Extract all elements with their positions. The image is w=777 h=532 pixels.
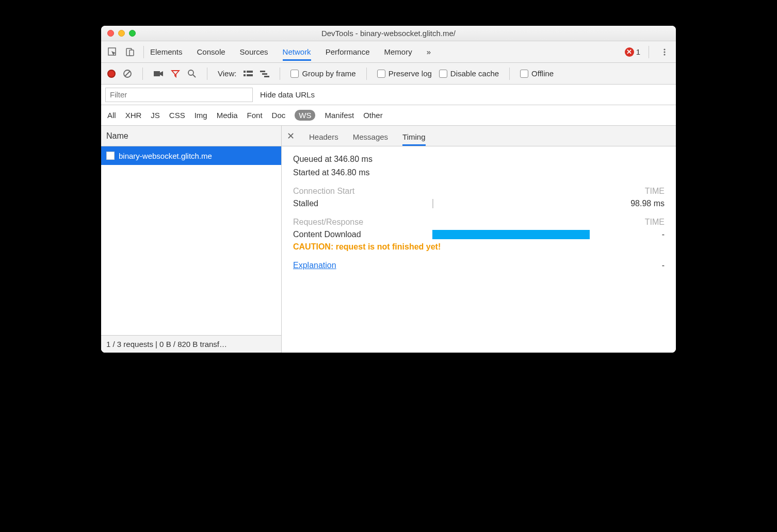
svg-rect-12 <box>247 71 253 73</box>
explanation-row: Explanation - <box>293 261 665 270</box>
content-download-value: - <box>608 230 665 239</box>
separator <box>649 46 649 58</box>
svg-point-3 <box>663 48 665 50</box>
filter-media[interactable]: Media <box>217 111 238 120</box>
content-download-label: Content Download <box>293 230 432 239</box>
checkbox-icon <box>439 70 447 78</box>
group-by-frame-checkbox[interactable]: Group by frame <box>290 69 355 78</box>
tab-sources[interactable]: Sources <box>240 43 268 61</box>
filter-ws[interactable]: WS <box>295 110 315 121</box>
stalled-label: Stalled <box>293 199 432 208</box>
maximize-window-button[interactable] <box>129 30 136 37</box>
tab-elements[interactable]: Elements <box>150 43 183 61</box>
filter-img[interactable]: Img <box>195 111 207 120</box>
resource-icon <box>106 152 115 160</box>
request-row[interactable]: binary-websocket.glitch.me <box>101 146 281 165</box>
separator <box>143 46 144 58</box>
svg-rect-8 <box>154 71 160 76</box>
network-toolbar: View: Group by frame Preserve log Disabl… <box>101 63 676 85</box>
svg-rect-14 <box>247 74 253 76</box>
separator <box>207 68 207 80</box>
waterfall-icon[interactable] <box>260 70 269 77</box>
checkbox-icon <box>377 70 385 78</box>
svg-rect-13 <box>244 74 246 76</box>
hide-data-urls-checkbox[interactable]: Hide data URLs <box>260 90 315 99</box>
disable-cache-checkbox[interactable]: Disable cache <box>439 69 499 78</box>
tab-network[interactable]: Network <box>283 43 311 61</box>
camera-icon[interactable] <box>153 70 164 77</box>
filter-css[interactable]: CSS <box>169 111 185 120</box>
filter-input[interactable] <box>105 88 253 102</box>
stalled-row: Stalled 98.98 ms <box>293 199 665 208</box>
filter-all[interactable]: All <box>107 111 116 120</box>
devtools-window: DevTools - binary-websocket.glitch.me/ E… <box>101 26 676 353</box>
device-toggle-icon[interactable] <box>123 45 137 59</box>
request-detail-panel: ✕ Headers Messages Timing Queued at 346.… <box>282 126 676 353</box>
filter-doc[interactable]: Doc <box>272 111 286 120</box>
error-badge[interactable]: ✕ 1 <box>625 47 640 57</box>
tab-headers[interactable]: Headers <box>309 128 338 146</box>
connection-start-label: Connection Start <box>293 187 354 196</box>
content-download-bar <box>432 230 590 239</box>
large-rows-icon[interactable] <box>244 70 253 77</box>
svg-line-7 <box>125 71 130 76</box>
error-icon: ✕ <box>625 47 634 57</box>
connection-start-section: Connection Start TIME <box>293 187 665 196</box>
svg-point-9 <box>188 70 193 75</box>
caution-message: CAUTION: request is not finished yet! <box>293 242 665 252</box>
checkbox-icon <box>290 70 299 78</box>
request-response-section: Request/Response TIME <box>293 218 665 227</box>
filter-icon[interactable] <box>171 69 180 78</box>
preserve-log-label: Preserve log <box>388 69 432 78</box>
tab-console[interactable]: Console <box>197 43 225 61</box>
close-detail-icon[interactable]: ✕ <box>287 130 295 146</box>
titlebar: DevTools - binary-websocket.glitch.me/ <box>101 26 676 41</box>
checkbox-icon <box>520 70 528 78</box>
stalled-bar <box>432 199 433 208</box>
record-button[interactable] <box>107 70 116 78</box>
request-list-panel: Name binary-websocket.glitch.me 1 / 3 re… <box>101 126 282 353</box>
svg-rect-2 <box>130 50 134 56</box>
filter-xhr[interactable]: XHR <box>125 111 142 120</box>
filter-font[interactable]: Font <box>247 111 263 120</box>
status-bar: 1 / 3 requests | 0 B / 820 B transf… <box>101 335 281 353</box>
tab-performance[interactable]: Performance <box>326 43 370 61</box>
error-count: 1 <box>636 47 640 56</box>
tab-messages[interactable]: Messages <box>353 128 388 146</box>
content-download-bar-area <box>432 230 608 239</box>
tab-memory[interactable]: Memory <box>384 43 412 61</box>
svg-rect-17 <box>264 76 269 77</box>
kebab-menu-icon[interactable] <box>657 45 672 59</box>
filter-other[interactable]: Other <box>363 111 383 120</box>
view-label: View: <box>218 69 236 78</box>
request-list: binary-websocket.glitch.me <box>101 146 281 335</box>
inspect-icon[interactable] <box>105 45 120 59</box>
explanation-link[interactable]: Explanation <box>293 261 336 270</box>
svg-rect-15 <box>260 71 265 72</box>
stalled-bar-area <box>432 199 608 208</box>
main-tab-row: Elements Console Sources Network Perform… <box>101 41 676 63</box>
separator <box>509 68 510 80</box>
preserve-log-checkbox[interactable]: Preserve log <box>377 69 432 78</box>
window-controls <box>107 30 136 37</box>
resource-type-filter: All XHR JS CSS Img Media Font Doc WS Man… <box>101 105 676 126</box>
close-window-button[interactable] <box>107 30 114 37</box>
explanation-value: - <box>662 261 665 270</box>
tab-overflow[interactable]: » <box>427 43 431 61</box>
request-response-label: Request/Response <box>293 218 363 227</box>
separator <box>142 68 143 80</box>
time-header: TIME <box>645 187 665 196</box>
timing-body: Queued at 346.80 ms Started at 346.80 ms… <box>282 146 676 353</box>
name-column-header[interactable]: Name <box>101 126 281 146</box>
tab-timing[interactable]: Timing <box>402 128 425 146</box>
clear-icon[interactable] <box>123 69 132 78</box>
filter-manifest[interactable]: Manifest <box>325 111 354 120</box>
content-download-row: Content Download - <box>293 230 665 239</box>
search-icon[interactable] <box>187 69 197 78</box>
filter-js[interactable]: JS <box>151 111 160 120</box>
offline-checkbox[interactable]: Offline <box>520 69 554 78</box>
separator <box>280 68 280 80</box>
time-header: TIME <box>645 218 665 227</box>
minimize-window-button[interactable] <box>118 30 125 37</box>
svg-rect-16 <box>262 73 267 75</box>
